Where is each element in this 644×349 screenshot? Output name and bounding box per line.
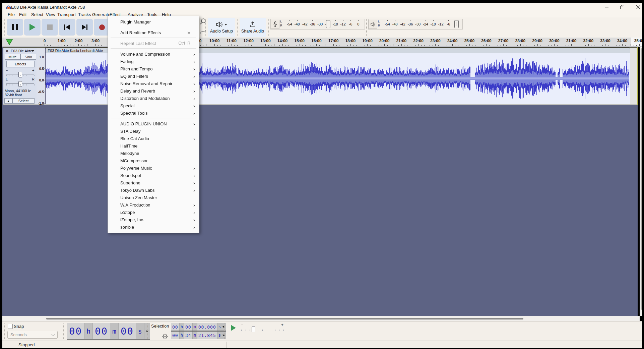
stop-button[interactable] (42, 19, 58, 36)
menu-item-spectral-tools[interactable]: Spectral Tools› (108, 109, 199, 117)
playback-meter[interactable]: L R -54-48-42-36-30-24-18-12-6 (368, 19, 463, 30)
collapse-track-button[interactable]: ▲ (4, 98, 12, 104)
horizontal-scrollbar[interactable] (2, 316, 640, 321)
restore-button[interactable] (615, 3, 629, 11)
menubar-item-file[interactable]: File (7, 11, 15, 17)
minimize-button[interactable] (599, 3, 614, 11)
time-digits[interactable]: 34 (184, 332, 193, 339)
skip-to-start-button[interactable] (59, 19, 75, 36)
time-digits[interactable]: 00 (119, 323, 136, 339)
timeline-tick (506, 45, 507, 46)
menubar-item-edit[interactable]: Edit (18, 11, 27, 17)
toolbar-grip[interactable] (4, 324, 5, 339)
menu-item-unison-zen-master[interactable]: Unison Zen Master (108, 194, 199, 201)
meter-db-label: -42 (400, 22, 405, 26)
menu-item-polyverse-music[interactable]: Polyverse Music› (108, 164, 199, 172)
menu-item-add-realtime-effects[interactable]: Add Realtime EffectsE (108, 29, 199, 36)
menu-item-izotope[interactable]: iZotope› (108, 209, 199, 216)
title-bar[interactable]: E03 Die Akte Kasia Lenhardt Akte 758 (2, 3, 642, 11)
timeline-tick (475, 45, 475, 46)
track-select-button[interactable]: Select (12, 98, 35, 104)
selection-end-field[interactable]: 00h34m21.845s (171, 331, 226, 339)
time-unit: s (136, 323, 144, 339)
menu-item-repeat-last-effect[interactable]: Repeat Last EffectCtrl+R (108, 40, 199, 47)
menu-item-plugin-manager[interactable]: Plugin Manager (108, 18, 199, 25)
solo-button[interactable]: Solo (20, 54, 36, 60)
toolbar-grip[interactable] (4, 19, 5, 36)
skip-to-end-button[interactable] (76, 19, 93, 36)
menu-item-melodyne[interactable]: Melodyne (108, 150, 199, 157)
menubar-item-select[interactable]: Select (30, 11, 44, 17)
recording-meter[interactable]: L R -54-48-42-36-30-24-18-12-60 (270, 19, 365, 30)
timeline-options-button[interactable] (5, 39, 13, 46)
time-digits[interactable]: 00 (93, 323, 110, 339)
audio-setup-button[interactable]: Audio Setup (208, 18, 235, 37)
menubar-item-transport[interactable]: Transport (57, 11, 76, 17)
toolbar-grip[interactable] (147, 324, 148, 339)
time-digits[interactable]: 00 (184, 323, 193, 331)
timeline-tick (617, 45, 617, 46)
menu-item-special[interactable]: Special› (108, 102, 199, 109)
menu-item-halftime[interactable]: HalfTime (108, 142, 199, 150)
time-digits[interactable]: 00.000 (197, 323, 217, 331)
vertical-ruler[interactable]: 1.00.50.0-0.5-1.0 (37, 48, 46, 104)
time-digits[interactable]: 00 (67, 323, 84, 339)
toolbar-grip[interactable] (63, 324, 64, 339)
time-digits[interactable]: 00 (171, 323, 180, 331)
menu-item-tokyo-dawn-labs[interactable]: Tokyo Dawn Labs› (108, 186, 199, 194)
meter-baseline (383, 28, 461, 28)
snap-mode-select[interactable]: Seconds (7, 331, 58, 339)
menu-item-mcompressor[interactable]: MCompressor (108, 157, 199, 164)
menu-item-blue-cat-audio[interactable]: Blue Cat Audio› (108, 135, 199, 142)
track-menu-arrow-icon[interactable] (31, 50, 34, 52)
selection-start-field[interactable]: 00h00m00.000s (171, 323, 226, 331)
menu-item-delay-and-reverb[interactable]: Delay and Reverb› (108, 87, 199, 95)
pan-left-label: L (6, 77, 8, 81)
slider-tick (279, 330, 279, 331)
snap-checkbox[interactable] (8, 324, 13, 329)
track-close-button[interactable]: ✕ (5, 49, 9, 53)
play-at-speed-button[interactable] (228, 323, 239, 333)
share-audio-button[interactable]: Share Audio (240, 18, 266, 37)
track-name[interactable]: E03 Die Akte (11, 49, 32, 53)
toolbar-grip[interactable] (224, 324, 225, 339)
toolbar-grip[interactable] (366, 19, 367, 36)
menu-item-w-a-production[interactable]: W.A.Production› (108, 201, 199, 209)
timeline-tick (466, 45, 467, 46)
playback-speed-thumb[interactable] (252, 327, 255, 332)
toolbar-grip[interactable] (268, 19, 269, 36)
menubar-item-tracks[interactable]: Tracks (77, 11, 92, 17)
menu-item-volume-and-compression[interactable]: Volume and Compression› (108, 50, 199, 58)
playback-speed-slider[interactable] (241, 329, 284, 329)
timeline-tick (503, 44, 504, 46)
meter-volume-thumb[interactable] (326, 20, 330, 28)
menu-item-noise-removal-and-repair[interactable]: Noise Removal and Repair› (108, 80, 199, 87)
microphone-button[interactable] (271, 20, 279, 29)
mute-button[interactable]: Mute (5, 54, 20, 60)
menubar-item-view[interactable]: View (45, 11, 56, 17)
horizontal-scrollbar-thumb[interactable] (46, 318, 523, 319)
playback-speaker-button[interactable] (369, 20, 377, 29)
menu-item-izotope-inc-[interactable]: iZotope, Inc.› (108, 216, 199, 223)
play-button[interactable] (24, 19, 41, 36)
timeline-ruler[interactable]: 01:002:003:004:005:006:007:008:009:0010:… (2, 38, 642, 47)
menu-item-sonible[interactable]: sonible› (108, 223, 199, 231)
audio-position-display[interactable]: 00h00m00s (67, 323, 150, 340)
effects-button[interactable]: Effects (6, 61, 35, 67)
menu-item-soundspot[interactable]: Soundspot› (108, 172, 199, 179)
time-digits[interactable]: 00 (171, 332, 180, 339)
toolbar-grip[interactable] (237, 19, 238, 36)
menu-item-eq-and-filters[interactable]: EQ and Filters› (108, 72, 199, 80)
toolbar-grip[interactable] (205, 19, 206, 36)
menu-item-audio-plugin-union[interactable]: AUDIO PLUGIN UNION› (108, 120, 199, 127)
time-digits[interactable]: 21.845 (197, 332, 217, 339)
menu-item-distortion-and-modulation[interactable]: Distortion and Modulation› (108, 95, 199, 102)
pause-button[interactable] (7, 19, 23, 36)
selection-settings-gear-icon[interactable] (162, 334, 168, 339)
menu-item-pitch-and-tempo[interactable]: Pitch and Tempo› (108, 65, 199, 72)
menu-item-supertone[interactable]: Supertone› (108, 179, 199, 186)
menu-item-fading[interactable]: Fading› (108, 58, 199, 65)
microphone-icon (273, 21, 277, 27)
menu-item-sta-delay[interactable]: STA Delay (108, 127, 199, 135)
meter-volume-thumb[interactable] (454, 20, 459, 28)
